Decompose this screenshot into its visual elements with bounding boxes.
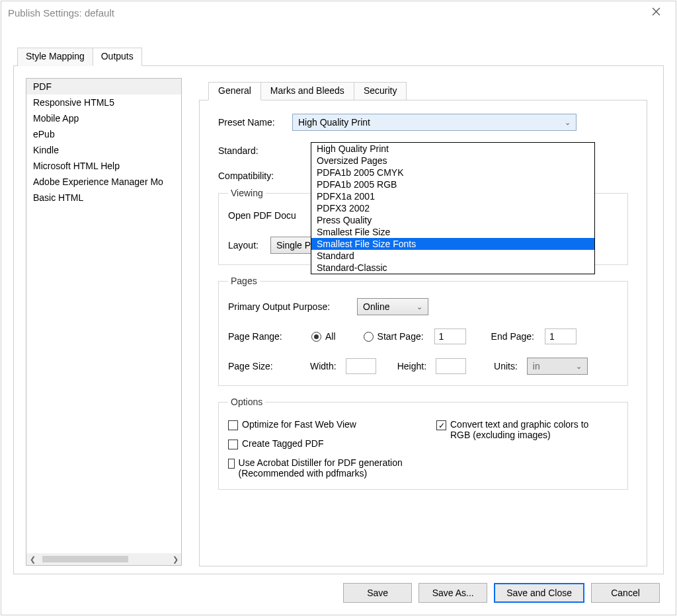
- preset-name-label: Preset Name:: [218, 117, 292, 128]
- preset-option[interactable]: Oversized Pages: [311, 155, 594, 167]
- tab-outputs[interactable]: Outputs: [93, 48, 142, 66]
- save-and-close-button[interactable]: Save and Close: [494, 583, 584, 603]
- standard-label: Standard:: [218, 145, 292, 156]
- sidebar-item-microsoft-html-help[interactable]: Microsoft HTML Help: [26, 158, 181, 174]
- sidebar-item-responsive-html5[interactable]: Responsive HTML5: [26, 95, 181, 110]
- sidebar-item-pdf[interactable]: PDF: [26, 79, 181, 95]
- primary-output-label: Primary Output Purpose:: [228, 301, 344, 312]
- subtab-security[interactable]: Security: [354, 82, 407, 100]
- preset-option[interactable]: PDFA1b 2005 CMYK: [311, 167, 594, 178]
- preset-name-combo[interactable]: High Quality Print ⌄: [292, 114, 577, 131]
- preset-option[interactable]: Standard-Classic: [311, 262, 594, 274]
- width-label: Width:: [310, 361, 337, 371]
- sidebar-item-adobe-experience-manager-mo[interactable]: Adobe Experience Manager Mo: [26, 174, 181, 190]
- outputs-sidebar: PDFResponsive HTML5Mobile AppePubKindleM…: [26, 78, 182, 566]
- window-title: Publish Settings: default: [8, 7, 643, 19]
- page-range-start-radio[interactable]: Start Page:: [364, 331, 424, 342]
- preset-name-dropdown[interactable]: High Quality PrintOversized PagesPDFA1b …: [311, 142, 595, 274]
- page-range-all-radio[interactable]: All: [311, 331, 336, 342]
- scroll-thumb[interactable]: [42, 556, 128, 562]
- page-range-label: Page Range:: [228, 331, 301, 342]
- preset-option[interactable]: Smallest File Size: [311, 226, 594, 238]
- scroll-right-icon[interactable]: ❯: [169, 555, 181, 564]
- primary-output-select[interactable]: Online ⌄: [357, 298, 428, 315]
- preset-option[interactable]: PDFX1a 2001: [311, 190, 594, 202]
- convert-rgb-checkbox[interactable]: Convert text and graphic colors to RGB (…: [436, 419, 602, 440]
- units-select[interactable]: in ⌄: [527, 358, 588, 375]
- chevron-down-icon: ⌄: [576, 362, 582, 371]
- scroll-left-icon[interactable]: ❮: [26, 555, 38, 564]
- optimize-checkbox[interactable]: Optimize for Fast Web View: [228, 419, 356, 430]
- preset-option[interactable]: Smallest File Size Fonts: [311, 238, 594, 250]
- height-label: Height:: [397, 361, 426, 371]
- compatibility-label: Compatibility:: [218, 171, 292, 181]
- height-input[interactable]: [436, 358, 466, 374]
- sidebar-item-epub[interactable]: ePub: [26, 126, 181, 142]
- options-legend: Options: [228, 397, 265, 407]
- sidebar-item-mobile-app[interactable]: Mobile App: [26, 110, 181, 126]
- end-page-input[interactable]: [545, 328, 577, 344]
- preset-name-value: High Quality Print: [298, 117, 370, 128]
- page-size-label: Page Size:: [228, 361, 301, 371]
- save-as-button[interactable]: Save As...: [418, 583, 487, 603]
- distiller-checkbox[interactable]: Use Acrobat Distiller for PDF generation…: [228, 457, 410, 479]
- tab-style-mapping[interactable]: Style Mapping: [17, 48, 93, 66]
- save-button[interactable]: Save: [343, 583, 412, 603]
- cancel-button[interactable]: Cancel: [591, 583, 660, 603]
- close-icon[interactable]: [643, 7, 669, 19]
- preset-option[interactable]: PDFA1b 2005 RGB: [311, 178, 594, 190]
- open-pdf-label: Open PDF Docu: [228, 210, 296, 221]
- width-input[interactable]: [346, 358, 376, 374]
- end-page-label: End Page:: [491, 331, 534, 342]
- pages-group: Pages Primary Output Purpose: Online ⌄ P…: [218, 276, 628, 386]
- viewing-legend: Viewing: [228, 188, 266, 198]
- sidebar-item-basic-html[interactable]: Basic HTML: [26, 190, 181, 206]
- preset-option[interactable]: High Quality Print: [311, 143, 594, 155]
- subtab-general[interactable]: General: [208, 82, 261, 100]
- units-label: Units:: [494, 361, 518, 371]
- preset-option[interactable]: Press Quality: [311, 214, 594, 226]
- sidebar-item-kindle[interactable]: Kindle: [26, 142, 181, 158]
- subtab-marks-bleeds[interactable]: Marks and Bleeds: [260, 82, 354, 100]
- preset-option[interactable]: Standard: [311, 250, 594, 262]
- sidebar-scrollbar[interactable]: ❮ ❯: [26, 553, 181, 565]
- tagged-pdf-checkbox[interactable]: Create Tagged PDF: [228, 438, 323, 449]
- options-group: Options Optimize for Fast Web View Creat…: [218, 397, 628, 490]
- start-page-input[interactable]: [434, 328, 466, 344]
- chevron-down-icon: ⌄: [565, 118, 571, 127]
- layout-label: Layout:: [228, 240, 259, 250]
- preset-option[interactable]: PDFX3 2002: [311, 202, 594, 214]
- pages-legend: Pages: [228, 276, 260, 286]
- chevron-down-icon: ⌄: [417, 303, 422, 311]
